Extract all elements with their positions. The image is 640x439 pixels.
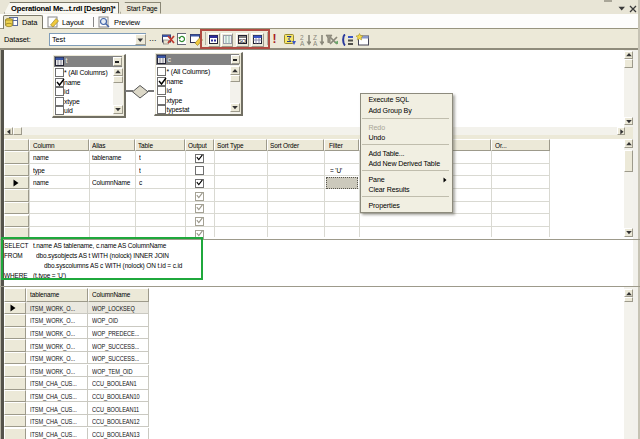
svg-text:A: A [313, 40, 318, 46]
svg-text:A: A [300, 40, 305, 46]
svg-text:SQL: SQL [238, 38, 246, 44]
